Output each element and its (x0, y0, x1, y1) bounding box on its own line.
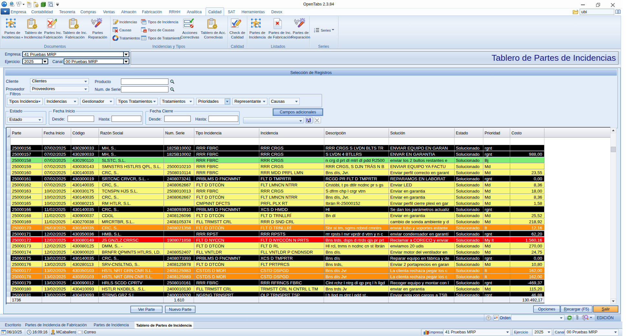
svg-text:7: 7 (3, 331, 4, 334)
svg-text:ss: ss (144, 30, 147, 32)
svg-text:3: 3 (314, 31, 315, 33)
svg-text:?: ? (488, 316, 489, 320)
